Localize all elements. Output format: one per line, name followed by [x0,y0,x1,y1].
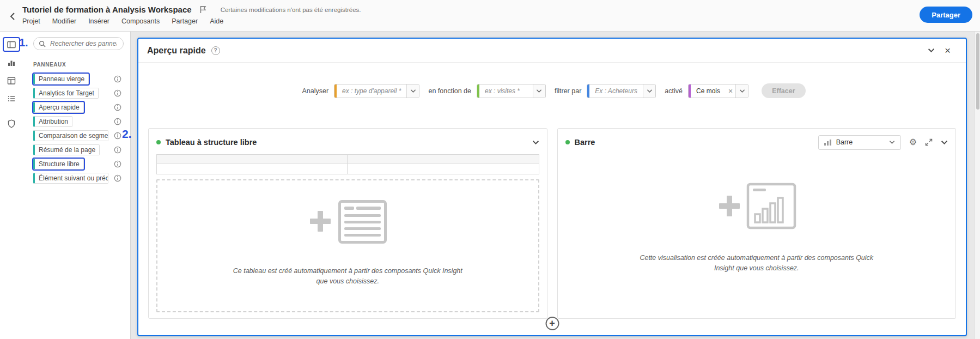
table-cell [348,164,538,174]
unsaved-notice: Certaines modifications n'ont pas été en… [221,7,361,13]
dimension-dropdown[interactable]: ex : type d'appareil * [334,84,419,98]
freeform-table-card: Tableau à structure libre [148,128,547,319]
settings-gear-icon[interactable]: ⚙ [909,138,917,147]
metric-dropdown[interactable]: ex : visites * [477,84,546,98]
panel-list-item: Élément suivant ou préc... [33,172,121,184]
panel-chip-analytics-for-target[interactable]: Analytics for Target [33,88,99,99]
panels-icon [7,40,16,50]
annotation-step-1: 1. [19,37,28,49]
clear-date-icon[interactable]: × [726,87,735,95]
rail-item-validation[interactable] [3,116,20,131]
chevron-down-icon [735,84,748,98]
info-icon[interactable] [114,75,121,83]
search-input[interactable] [49,39,118,48]
info-icon[interactable] [114,132,121,140]
shield-icon [7,119,16,129]
menubar: Projet Modifier Insérer Composants Parta… [22,17,361,25]
collapse-viz-button[interactable] [532,140,539,145]
panel-list: Panneau vierge Analytics for Target Aper… [33,73,130,184]
bar-card-body: Cette visualisation est créée automatiqu… [565,150,948,312]
panels-section-title: PANNEAUX [33,62,130,68]
segment-dropdown[interactable]: Ex : Acheteurs [587,84,656,98]
collapse-viz-button[interactable] [941,140,948,145]
scrollbar-thumb[interactable] [976,33,979,110]
quick-insights-filter-bar: Analyser ex : type d'appareil * en fonct… [138,83,966,98]
table-header-cell [157,155,348,164]
freeform-drop-zone[interactable]: Ce tableau est créé automatiquement à pa… [156,179,539,312]
panel-chip-freeform[interactable]: Structure libre [33,159,84,170]
info-icon[interactable] [114,174,121,182]
bar-chart-icon [824,139,831,146]
panel-chip-next-previous-item[interactable]: Élément suivant ou préc... [33,173,108,184]
panel-list-item: Panneau vierge [33,73,121,84]
table-cell [157,164,348,174]
back-button[interactable] [5,9,20,24]
visualization-cards: Tableau à structure libre [138,128,966,319]
bar-card-title: Barre [575,138,595,147]
vertical-scrollbar[interactable] [975,32,980,339]
close-panel-button[interactable]: × [945,45,951,56]
panel-chip-page-summary[interactable]: Résumé de la page [33,144,100,155]
menu-item-aide[interactable]: Aide [210,17,223,25]
menu-item-projet[interactable]: Projet [22,17,40,25]
chevron-down-icon [532,140,539,145]
info-icon[interactable] [114,118,121,125]
panel-list-item: Analytics for Target [33,87,121,99]
topbar: Tutoriel de formation à Analysis Workspa… [0,0,980,32]
table-icon [7,76,16,86]
segment-placeholder: Ex : Acheteurs [589,87,643,95]
info-icon[interactable] [114,160,121,168]
workspace-canvas: Aperçu rapide ? × Analyser ex : type d'a… [131,32,980,339]
fullscreen-icon[interactable] [925,138,933,146]
menu-item-partager[interactable]: Partager [172,17,198,25]
menu-item-modifier[interactable]: Modifier [52,17,76,25]
date-range-dropdown[interactable]: Ce mois × [688,84,748,98]
project-title: Tutoriel de formation à Analysis Workspa… [22,5,192,14]
panel-title: Aperçu rapide [147,46,206,56]
freeform-card-title: Tableau à structure libre [166,138,257,147]
info-icon[interactable] [114,104,121,111]
chevron-down-icon [941,140,948,145]
flag-icon[interactable] [199,5,206,14]
panels-sidebar: PANNEAUX Panneau vierge Analytics for Ta… [25,32,131,339]
help-icon[interactable]: ? [211,46,220,55]
clear-button[interactable]: Effacer [762,83,805,98]
dimension-placeholder: ex : type d'appareil * [337,87,406,95]
collapse-panel-button[interactable] [928,48,935,53]
rail-item-panels[interactable] [3,37,20,52]
panel-search [33,37,124,50]
viz-color-dot [156,140,161,144]
bar-chart-card: Barre Barre [557,128,957,319]
menu-item-composants[interactable]: Composants [121,17,160,25]
rail-item-components[interactable] [3,91,20,106]
quick-insights-panel: Aperçu rapide ? × Analyser ex : type d'a… [137,38,967,336]
date-range-value: Ce mois [691,87,726,95]
chevron-down-icon [406,84,419,98]
chevron-down-icon [533,84,545,98]
panel-chip-quick-insights[interactable]: Aperçu rapide [33,102,84,113]
viz-color-dot [565,140,570,144]
chevron-down-icon [643,84,655,98]
add-visualization-button[interactable]: + [545,317,559,330]
project-title-row: Tutoriel de formation à Analysis Workspa… [22,5,361,14]
against-label: en fonction de [428,87,471,95]
add-chart-illustration [716,181,798,231]
empty-table-header [156,154,539,174]
share-button[interactable]: Partager [920,7,972,23]
rail-item-tables[interactable] [3,73,20,88]
annotation-step-2: 2. [122,128,132,141]
viz-type-dropdown[interactable]: Barre [818,135,901,150]
info-icon[interactable] [114,89,121,97]
table-header-cell [348,155,538,164]
freeform-caption: Ce tableau est créé automatiquement à pa… [228,266,467,287]
panel-chip-blank[interactable]: Panneau vierge [33,74,89,84]
search-icon [39,40,46,47]
info-icon[interactable] [114,146,121,154]
chevron-left-icon [10,12,15,21]
bar-caption: Cette visualisation est créée automatiqu… [637,253,876,274]
panel-chip-attribution[interactable]: Attribution [33,116,72,127]
rail-item-visualizations[interactable] [3,55,20,70]
panel-chip-segment-comparison[interactable]: Comparaison de segments [33,130,108,141]
menu-item-inserer[interactable]: Insérer [88,17,109,25]
bar-chart-icon [7,58,16,68]
